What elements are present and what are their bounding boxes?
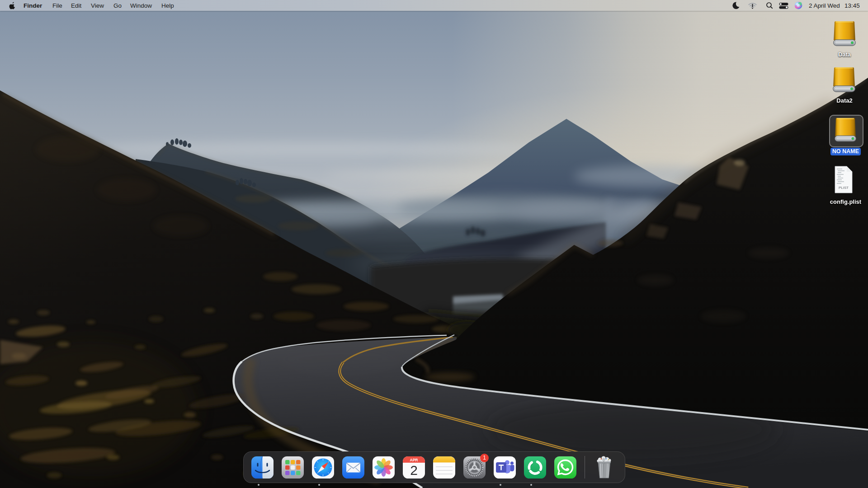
svg-text:2: 2	[410, 463, 418, 478]
svg-text:PLIST: PLIST	[839, 186, 849, 190]
svg-text:APR: APR	[410, 457, 418, 462]
